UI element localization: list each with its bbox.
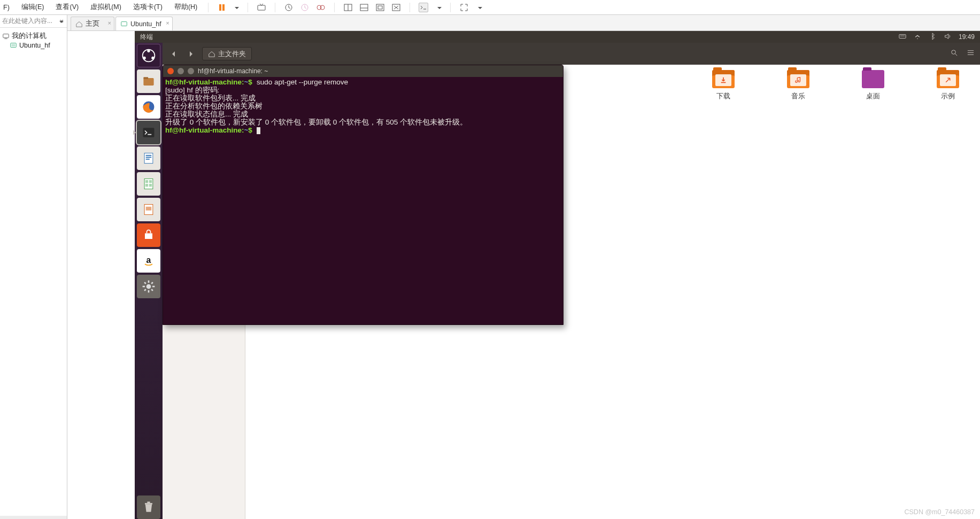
folder-download[interactable]: 下载	[707, 70, 739, 101]
menu-view[interactable]: 查看(V)	[53, 2, 81, 13]
svg-rect-42	[149, 180, 152, 183]
terminal-title: hf@hf-virtual-machine: ~	[198, 67, 268, 75]
svg-rect-11	[376, 4, 384, 11]
menu-vm[interactable]: 虚拟机(M)	[88, 2, 124, 13]
folder-label: 下载	[716, 91, 730, 101]
svg-rect-36	[144, 153, 153, 163]
dash-icon[interactable]	[137, 44, 160, 67]
fullscreen-dropdown-icon[interactable]	[478, 7, 482, 11]
svg-line-24	[955, 53, 957, 56]
unity-launcher: a	[135, 43, 163, 519]
console-dropdown-icon[interactable]	[437, 7, 442, 11]
svg-rect-58	[145, 503, 152, 505]
writer-icon[interactable]	[137, 146, 160, 170]
search-dropdown-icon[interactable]	[59, 21, 64, 25]
menu-tabs[interactable]: 选项卡(T)	[131, 2, 165, 13]
svg-rect-46	[146, 207, 152, 211]
separator	[450, 3, 451, 12]
trash-icon[interactable]	[137, 495, 160, 519]
svg-point-31	[151, 57, 154, 59]
folder-music[interactable]: 音乐	[782, 70, 814, 101]
snapshot-revert-icon[interactable]	[300, 3, 310, 12]
svg-rect-32	[143, 78, 153, 86]
vm-tab-bar: 主页 × Ubuntu_hf ×	[67, 15, 980, 31]
terminal-line: 正在读取状态信息... 完成	[165, 110, 248, 118]
svg-rect-16	[3, 34, 9, 37]
terminal-titlebar[interactable]: hf@hf-virtual-machine: ~	[163, 65, 563, 77]
svg-rect-44	[149, 184, 152, 187]
terminal-line: 正在读取软件包列表... 完成	[165, 94, 256, 102]
tree-root-label: 我的计算机	[12, 32, 47, 41]
amazon-icon[interactable]: a	[137, 249, 160, 273]
fullscreen-icon[interactable]	[459, 3, 469, 12]
terminal-body[interactable]: hf@hf-virtual-machine:~$ sudo apt-get --…	[163, 77, 563, 324]
svg-rect-43	[145, 184, 148, 187]
separator	[208, 3, 209, 12]
terminal-line: 升级了 0 个软件包，新安装了 0 个软件包，要卸载 0 个软件包，有 505 …	[165, 118, 467, 126]
svg-point-29	[147, 50, 150, 52]
keyboard-icon[interactable]	[899, 33, 906, 42]
tab-home[interactable]: 主页 ×	[71, 17, 114, 30]
system-settings-icon[interactable]	[137, 275, 160, 298]
tree-root-my-computer[interactable]: 我的计算机	[2, 31, 65, 41]
window-close-icon[interactable]	[167, 68, 174, 74]
menu-edit[interactable]: 编辑(E)	[19, 2, 47, 13]
firefox-icon[interactable]	[137, 95, 160, 119]
close-icon[interactable]: ×	[166, 20, 169, 26]
view-list-icon[interactable]	[967, 49, 975, 59]
tab-ubuntu-hf[interactable]: Ubuntu_hf ×	[115, 17, 173, 30]
path-bar[interactable]: 主文件夹	[202, 47, 252, 60]
sidebar-resize-handle[interactable]	[0, 516, 67, 519]
svg-rect-21	[899, 34, 906, 38]
vm-icon	[120, 20, 128, 28]
terminal-icon[interactable]	[137, 121, 160, 144]
tree-item-ubuntu-hf[interactable]: Ubuntu_hf	[2, 41, 65, 50]
close-icon[interactable]: ×	[108, 20, 111, 26]
snapshot-manage-icon[interactable]	[316, 3, 326, 12]
snapshot-take-icon[interactable]	[284, 3, 294, 12]
view-single-icon[interactable]	[359, 3, 369, 12]
bluetooth-icon[interactable]	[929, 33, 936, 42]
window-minimize-icon[interactable]	[178, 68, 184, 74]
nav-back-button[interactable]	[168, 48, 180, 60]
ubuntu-software-icon[interactable]	[137, 223, 160, 247]
library-search[interactable]: 在此处键入内容...	[0, 15, 67, 28]
volume-icon[interactable]	[944, 33, 951, 42]
svg-rect-37	[146, 155, 152, 156]
files-icon[interactable]	[137, 69, 160, 93]
folder-icons-row: 下载 音乐 桌面 示例	[707, 70, 964, 101]
console-view-icon[interactable]	[419, 3, 428, 12]
folder-label: 桌面	[866, 91, 880, 101]
nautilus-right-icons	[950, 49, 975, 59]
computer-icon	[2, 33, 10, 40]
terminal-window[interactable]: hf@hf-virtual-machine: ~ hf@hf-virtual-m…	[163, 65, 564, 325]
svg-point-30	[143, 57, 146, 59]
svg-rect-38	[146, 157, 152, 158]
svg-line-55	[151, 289, 153, 291]
menu-file-suffix[interactable]: F)	[1, 3, 12, 12]
search-icon[interactable]	[950, 49, 958, 59]
prompt-user: hf@hf-virtual-machine	[165, 126, 242, 134]
folder-examples[interactable]: 示例	[932, 70, 964, 101]
folder-label: 音乐	[791, 91, 805, 101]
guest-ubuntu-screen: 终端 19:49 主文件夹	[135, 31, 980, 519]
send-ctrl-alt-del-icon[interactable]	[257, 3, 266, 12]
view-exclusive-icon[interactable]	[391, 3, 401, 12]
svg-line-56	[144, 289, 146, 291]
pause-icon[interactable]	[217, 3, 227, 12]
network-icon[interactable]	[914, 33, 921, 42]
window-maximize-icon[interactable]	[188, 68, 194, 74]
host-right-area: 主页 × Ubuntu_hf × 终端 19:49	[67, 15, 980, 519]
host-body: × 在此处键入内容... 我的计算机 Ubuntu_hf 主页 ×	[0, 15, 980, 519]
nav-forward-button[interactable]	[185, 48, 197, 60]
view-unity-icon[interactable]	[375, 3, 385, 12]
calc-icon[interactable]	[137, 172, 160, 196]
impress-icon[interactable]	[137, 198, 160, 221]
power-dropdown-icon[interactable]	[235, 7, 239, 11]
menu-help[interactable]: 帮助(H)	[172, 2, 199, 13]
folder-desktop[interactable]: 桌面	[857, 70, 889, 101]
view-split-icon[interactable]	[343, 3, 353, 12]
svg-rect-0	[219, 4, 221, 11]
svg-rect-47	[145, 234, 152, 239]
clock[interactable]: 19:49	[959, 33, 975, 41]
